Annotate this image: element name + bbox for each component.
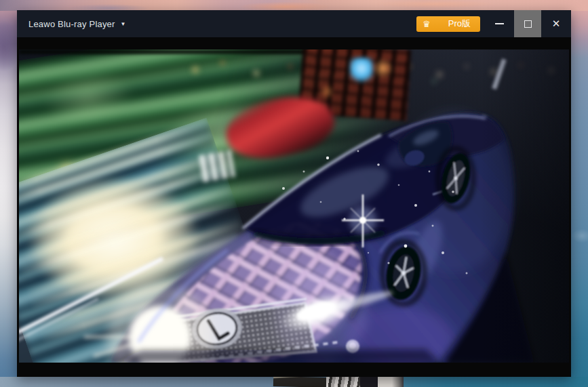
desktop-bottom-fragment bbox=[326, 377, 360, 387]
minimize-icon bbox=[495, 23, 504, 24]
caret-down-icon: ▼ bbox=[121, 20, 126, 27]
pro-label: Pro版 bbox=[448, 18, 471, 30]
desktop-bottom-fragment bbox=[273, 376, 326, 387]
close-button[interactable]: ✕ bbox=[541, 10, 571, 37]
scene-right-vignette bbox=[480, 49, 569, 363]
close-icon: ✕ bbox=[552, 18, 561, 30]
pro-upgrade-button[interactable]: ♛ Pro版 bbox=[416, 16, 480, 32]
titlebar-controls: ♛ Pro版 ✕ bbox=[416, 10, 571, 37]
video-canvas[interactable] bbox=[19, 49, 569, 363]
minimize-button[interactable] bbox=[484, 10, 514, 37]
desktop-sky bbox=[0, 0, 588, 11]
car-rear-wheel bbox=[436, 148, 475, 208]
player-window: Leawo Blu-ray Player ▼ ♛ Pro版 ✕ bbox=[17, 10, 571, 377]
app-menu[interactable]: Leawo Blu-ray Player ▼ bbox=[28, 19, 125, 29]
maximize-icon bbox=[524, 20, 532, 28]
desktop-bottom-fragment bbox=[360, 377, 378, 387]
app-title: Leawo Blu-ray Player bbox=[28, 19, 115, 29]
desktop-left-edge bbox=[0, 11, 17, 377]
desktop-bottom-fragment bbox=[378, 377, 404, 387]
crown-icon: ♛ bbox=[423, 20, 431, 28]
maximize-button[interactable] bbox=[514, 10, 541, 37]
desktop-right-edge bbox=[571, 11, 588, 377]
titlebar[interactable]: Leawo Blu-ray Player ▼ ♛ Pro版 ✕ bbox=[17, 10, 571, 37]
